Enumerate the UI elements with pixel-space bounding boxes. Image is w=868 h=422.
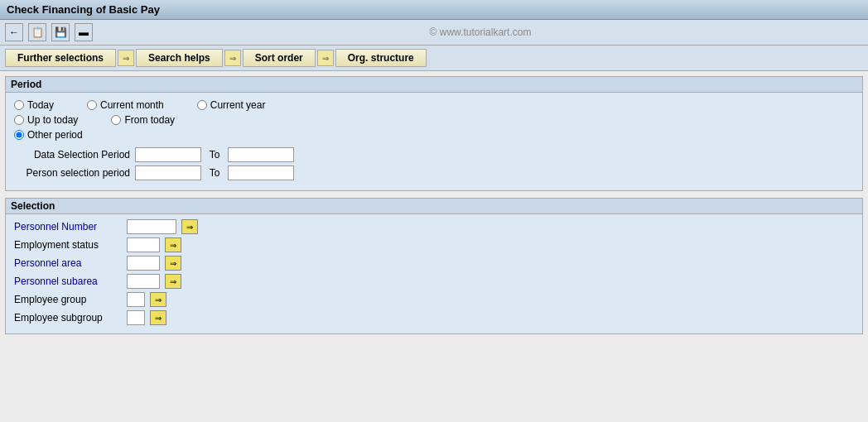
employee-group-label: Employee group — [14, 294, 122, 305]
clipboard-icon[interactable]: 📋 — [28, 23, 46, 41]
personnel-subarea-input[interactable] — [127, 274, 160, 289]
radio-today-input[interactable] — [14, 100, 24, 110]
employment-status-label: Employment status — [14, 239, 122, 251]
data-selection-to-label: To — [206, 149, 223, 161]
personnel-area-arrow[interactable]: ⇒ — [165, 256, 181, 271]
selection-title: Selection — [6, 199, 862, 214]
employee-subgroup-arrow[interactable]: ⇒ — [150, 310, 166, 325]
employment-status-input[interactable] — [127, 237, 160, 252]
save-icon[interactable]: 💾 — [51, 23, 70, 41]
tab-sort-order[interactable]: Sort order — [243, 49, 316, 67]
chart-icon[interactable]: ▬ — [75, 23, 93, 41]
radio-up-to-today-label: Up to today — [27, 114, 78, 126]
period-body: Today Current month Current year Up to t… — [6, 93, 862, 190]
employee-subgroup-label: Employee subgroup — [14, 312, 122, 324]
period-row-1: Today Current month Current year — [14, 99, 854, 111]
tab-search-helps[interactable]: Search helps — [136, 49, 223, 67]
data-selection-from-input[interactable] — [135, 147, 201, 162]
person-selection-to-input[interactable] — [228, 165, 294, 180]
radio-other-period-label: Other period — [27, 129, 83, 141]
period-row-3: Other period — [14, 129, 854, 141]
employment-status-arrow[interactable]: ⇒ — [165, 237, 181, 252]
person-selection-row: Person selection period To — [14, 165, 854, 180]
personnel-number-arrow[interactable]: ⇒ — [181, 219, 198, 234]
period-title: Period — [6, 77, 862, 93]
radio-current-year-label: Current year — [210, 99, 266, 111]
sel-row-personnel-subarea: Personnel subarea ⇒ — [14, 274, 854, 289]
personnel-area-input[interactable] — [127, 256, 160, 271]
radio-from-today-input[interactable] — [111, 115, 121, 125]
personnel-number-label: Personnel Number — [14, 221, 122, 233]
tab-further-selections[interactable]: Further selections — [5, 49, 116, 67]
radio-current-month-label: Current month — [100, 99, 164, 111]
radio-current-year[interactable]: Current year — [197, 99, 266, 111]
tab-arrow-3: ⇒ — [317, 50, 334, 66]
tab-org-structure[interactable]: Org. structure — [335, 49, 427, 67]
page-title: Check Financing of Basic Pay — [7, 3, 160, 16]
radio-up-to-today-input[interactable] — [14, 115, 24, 125]
person-selection-label: Person selection period — [14, 167, 130, 179]
personnel-subarea-label: Personnel subarea — [14, 276, 122, 287]
personnel-area-label: Personnel area — [14, 257, 122, 269]
person-selection-from-input[interactable] — [135, 165, 201, 180]
radio-other-period[interactable]: Other period — [14, 129, 83, 141]
personnel-number-input[interactable] — [127, 219, 176, 234]
radio-today-label: Today — [27, 99, 54, 111]
sel-row-personnel-number: Personnel Number ⇒ — [14, 219, 854, 234]
radio-other-period-input[interactable] — [14, 130, 24, 140]
radio-from-today-label: From today — [124, 114, 175, 126]
radio-today[interactable]: Today — [14, 99, 54, 111]
employee-group-arrow[interactable]: ⇒ — [150, 292, 166, 307]
toolbar: ← 📋 💾 ▬ © www.tutorialkart.com — [0, 20, 868, 46]
tab-bar: Further selections ⇒ Search helps ⇒ Sort… — [0, 46, 868, 71]
radio-from-today[interactable]: From today — [111, 114, 175, 126]
tab-arrow-1: ⇒ — [118, 50, 134, 66]
data-selection-label: Data Selection Period — [14, 149, 130, 161]
period-row-2: Up to today From today — [14, 114, 854, 126]
radio-up-to-today[interactable]: Up to today — [14, 114, 78, 126]
selection-section: Selection Personnel Number ⇒ Employment … — [5, 198, 863, 334]
sel-row-employee-group: Employee group ⇒ — [14, 292, 854, 307]
tab-arrow-2: ⇒ — [224, 50, 241, 66]
data-selection-to-input[interactable] — [228, 147, 294, 162]
watermark: © www.tutorialkart.com — [98, 26, 863, 38]
back-icon[interactable]: ← — [5, 23, 23, 41]
title-bar: Check Financing of Basic Pay — [0, 0, 868, 20]
radio-current-month-input[interactable] — [87, 100, 97, 110]
period-section: Period Today Current month Current year — [5, 76, 863, 191]
sel-row-employment-status: Employment status ⇒ — [14, 237, 854, 252]
selection-body: Personnel Number ⇒ Employment status ⇒ P… — [6, 214, 862, 333]
sel-row-employee-subgroup: Employee subgroup ⇒ — [14, 310, 854, 325]
employee-subgroup-input[interactable] — [127, 310, 145, 325]
sel-row-personnel-area: Personnel area ⇒ — [14, 256, 854, 271]
data-selection-row: Data Selection Period To — [14, 147, 854, 162]
period-inputs: Data Selection Period To Person selectio… — [14, 147, 854, 180]
main-content: Period Today Current month Current year — [0, 71, 868, 346]
personnel-subarea-arrow[interactable]: ⇒ — [165, 274, 181, 289]
radio-current-year-input[interactable] — [197, 100, 207, 110]
employee-group-input[interactable] — [127, 292, 145, 307]
person-selection-to-label: To — [206, 167, 223, 179]
radio-current-month[interactable]: Current month — [87, 99, 164, 111]
